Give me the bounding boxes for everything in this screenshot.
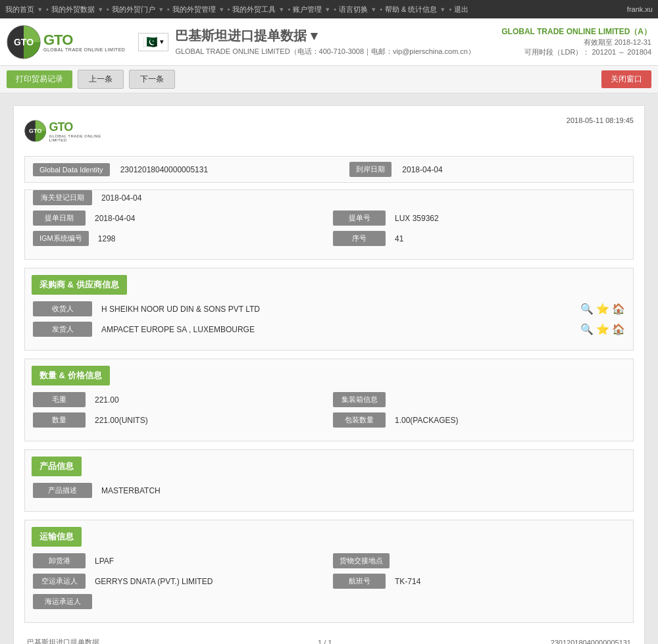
page-title: 巴基斯坦进口提单数据 ▾ (175, 27, 501, 45)
transport-section: 运输信息 卸货港 LPAF 货物交接地点 空运承运人 GERRYS DNATA … (24, 520, 634, 623)
igm-value: 1298 (94, 234, 325, 243)
arrival-date-label: 到岸日期 (349, 162, 392, 177)
port-row: 卸货港 LPAF 货物交接地点 (33, 553, 625, 568)
nav-account[interactable]: 账户管理 (293, 5, 322, 14)
bl-date-label: 提单日期 (33, 211, 86, 226)
product-desc-label: 产品描述 (33, 483, 92, 498)
identity-row: Global Data Identity 2301201804000000513… (24, 156, 634, 183)
weight-row: 毛重 221.00 集装箱信息 (33, 392, 625, 407)
nav-export-mgmt[interactable]: 我的外贸管理 (172, 5, 216, 14)
page-header: GTO GTO GLOBAL TRADE ONLINE LIMITED 🇵🇰 ▾… (0, 18, 658, 66)
svg-text:GTO: GTO (29, 128, 41, 134)
air-carrier-label: 空运承运人 (33, 574, 86, 589)
shipper-search-icon[interactable]: 🔍 (580, 323, 594, 335)
bl-no-label: 提单号 (333, 211, 386, 226)
igm-row: IGM系统编号 1298 序号 41 (33, 231, 625, 246)
gross-weight-value: 221.00 (91, 395, 325, 405)
pagination: 1 / 1 (318, 639, 332, 645)
nav-sep8: • (449, 5, 451, 13)
nav-help[interactable]: 帮助 & 统计信息 (385, 5, 437, 14)
nav-logout[interactable]: 退出 (454, 5, 468, 14)
shipper-row: 发货人 AMPACET EUROPE SA , LUXEMBOURGE 🔍 ⭐ … (33, 322, 625, 337)
quantity-section: 数量 & 价格信息 毛重 221.00 集装箱信息 数量 221.00(UNIT… (24, 359, 634, 441)
customs-section: 海关登记日期 2018-04-04 提单日期 2018-04-04 提单号 LU… (24, 189, 634, 260)
next-button[interactable]: 下一条 (129, 70, 175, 89)
doc-logo-icon: GTO (24, 116, 46, 145)
nav-export-data[interactable]: 我的外贸数据 (51, 5, 95, 14)
nav-export-portal[interactable]: 我的外贸门户 (112, 5, 155, 14)
nav-sep6: • (334, 5, 336, 13)
product-section-title: 产品信息 (32, 457, 82, 476)
print-button[interactable]: 打印贸易记录 (7, 70, 72, 88)
cargo-handover-label: 货物交接地点 (333, 553, 390, 568)
identity-value: 23012018040000005131 (116, 165, 343, 174)
voyage-label: 航班号 (333, 574, 386, 589)
consignee-label: 收货人 (33, 301, 92, 316)
pkg-weight-value: 1.00(PACKAGES) (391, 416, 625, 425)
quantity-row: 数量 221.00(UNITS) 包装数量 1.00(PACKAGES) (33, 412, 625, 428)
prev-button[interactable]: 上一条 (78, 70, 124, 89)
nav-language[interactable]: 语言切换 (339, 5, 368, 14)
shipper-home-icon[interactable]: 🏠 (612, 323, 625, 335)
quantity-section-title: 数量 & 价格信息 (32, 366, 110, 385)
nav-sep5: • (288, 5, 290, 13)
doc-datetime: 2018-05-11 08:19:45 (567, 116, 634, 124)
top-navigation: 我的首页 ▾ • 我的外贸数据 ▾ • 我的外贸门户 ▾ • 我的外贸管理 ▾ … (0, 0, 658, 18)
customs-date-row: 海关登记日期 2018-04-04 (33, 190, 625, 205)
supplier-section: 采购商 & 供应商信息 收货人 H SHEIKH NOOR UD DIN & S… (24, 268, 634, 351)
pkg-weight-label: 包装数量 (333, 412, 386, 428)
seq-value: 41 (391, 234, 625, 243)
flag-selector[interactable]: 🇵🇰 ▾ (138, 33, 168, 51)
consignee-home-icon[interactable]: 🏠 (612, 303, 625, 315)
doc-title-footer: 巴基斯坦进口提单数据 (27, 637, 99, 644)
product-desc-row: 产品描述 MASTERBATCH (33, 483, 625, 498)
customs-date-label: 海关登记日期 (33, 190, 92, 205)
nav-sep4: • (228, 5, 230, 13)
flag-icon: 🇵🇰 (143, 35, 157, 49)
bl-no-value: LUX 359362 (391, 214, 625, 223)
consignee-star-icon[interactable]: ⭐ (596, 303, 609, 315)
arrival-date-value: 2018-04-04 (398, 165, 625, 174)
consignee-row: 收货人 H SHEIKH NOOR UD DIN & SONS PVT LTD … (33, 301, 625, 316)
global-data-identity-label: Global Data Identity (33, 163, 110, 176)
shipper-star-icon[interactable]: ⭐ (596, 323, 609, 335)
doc-id-footer: 23012018040000005131 (551, 639, 631, 645)
shipper-label: 发货人 (33, 322, 92, 337)
container-label: 集装箱信息 (333, 392, 386, 407)
page-title-area: 巴基斯坦进口提单数据 ▾ GLOBAL TRADE ONLINE LIMITED… (175, 27, 501, 57)
consignee-icons: 🔍 ⭐ 🏠 (580, 303, 625, 315)
nav-sep7: • (380, 5, 382, 13)
quantity-label: 数量 (33, 412, 86, 428)
consignee-search-icon[interactable]: 🔍 (580, 303, 594, 315)
bl-date-value: 2018-04-04 (91, 214, 325, 223)
nav-user: frank.xu (627, 5, 653, 13)
top-toolbar: 打印贸易记录 上一条 下一条 关闭窗口 (0, 66, 658, 93)
transport-section-title: 运输信息 (32, 527, 82, 547)
gto-logo-icon: GTO (7, 25, 41, 59)
unloading-port-label: 卸货港 (33, 553, 86, 568)
flag-dropdown-arrow: ▾ (160, 37, 164, 46)
doc-header: GTO GTO GLOBAL TRADE ONLINE LIMITED 2018… (24, 116, 634, 145)
main-content: GTO GTO GLOBAL TRADE ONLINE LIMITED 2018… (13, 105, 645, 644)
svg-text:GTO: GTO (14, 37, 34, 47)
flag-button[interactable]: 🇵🇰 ▾ (138, 33, 168, 51)
nav-sep1: • (46, 5, 49, 13)
nav-sep3: • (167, 5, 170, 13)
supplier-section-title: 采购商 & 供应商信息 (32, 275, 127, 295)
sea-carrier-row: 海运承运人 (33, 594, 625, 609)
company-name: GLOBAL TRADE ONLINE LIMITED（A） (501, 26, 651, 37)
air-carrier-value: GERRYS DNATA (PVT.) LIMITED (91, 577, 325, 586)
nav-export-tools[interactable]: 我的外贸工具 (232, 5, 276, 14)
page-subtitle: GLOBAL TRADE ONLINE LIMITED（电话：400-710-3… (175, 47, 501, 57)
quantity-value: 221.00(UNITS) (91, 416, 325, 425)
close-button[interactable]: 关闭窗口 (601, 70, 651, 88)
nav-homepage[interactable]: 我的首页 (5, 5, 34, 14)
header-right-info: GLOBAL TRADE ONLINE LIMITED（A） 有效期至 2018… (501, 26, 651, 57)
voyage-value: TK-714 (391, 577, 625, 586)
validity-info: 有效期至 2018-12-31 (501, 37, 651, 47)
logo-area: GTO GTO GLOBAL TRADE ONLINE LIMITED (7, 25, 125, 59)
carrier-row: 空运承运人 GERRYS DNATA (PVT.) LIMITED 航班号 TK… (33, 574, 625, 589)
title-dropdown-icon: ▾ (311, 28, 317, 43)
shipper-value: AMPACET EUROPE SA , LUXEMBOURGE (97, 325, 575, 334)
product-section: 产品信息 产品描述 MASTERBATCH (24, 449, 634, 512)
